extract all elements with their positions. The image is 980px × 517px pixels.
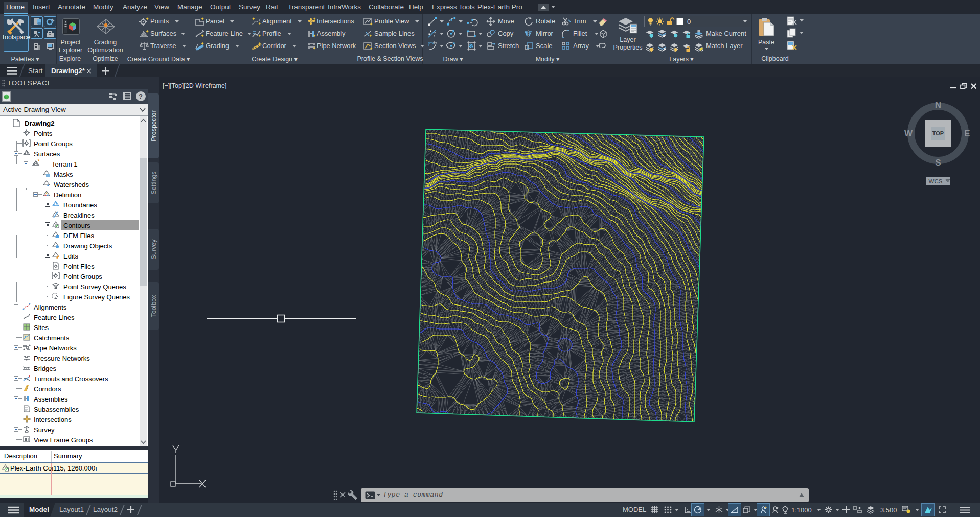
svg-text:Survey: Survey <box>150 239 157 260</box>
svg-text:Prospector: Prospector <box>150 110 157 141</box>
svg-text:W: W <box>904 129 913 138</box>
svg-text:S: S <box>935 158 941 168</box>
svg-text:Toolbox: Toolbox <box>150 295 157 317</box>
svg-text:N: N <box>935 100 941 110</box>
svg-text:WCS: WCS <box>929 178 943 184</box>
svg-text:E: E <box>964 129 970 138</box>
svg-text:Settings: Settings <box>150 171 157 194</box>
svg-text:TOP: TOP <box>932 130 944 136</box>
